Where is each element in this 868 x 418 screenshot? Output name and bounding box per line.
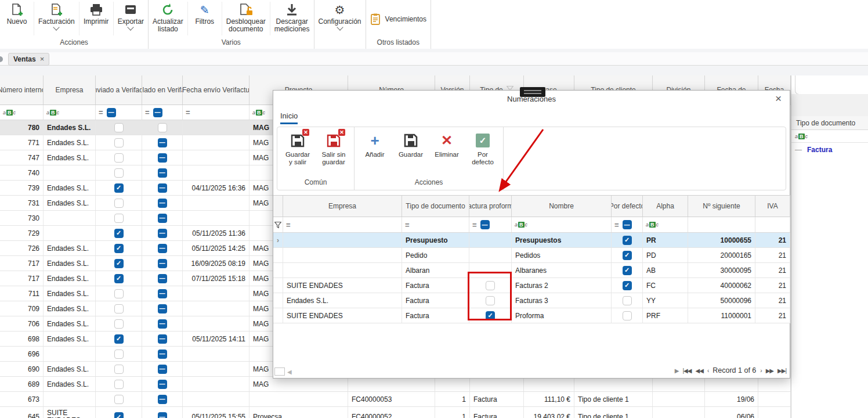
dialog-cell[interactable]: PD [643,248,688,262]
checkbox-dash[interactable]: — [158,304,167,314]
cell[interactable] [653,407,705,418]
cell[interactable]: 19/06 [705,392,758,406]
cell[interactable]: 711 [0,286,44,301]
checkbox-un[interactable] [114,214,124,223]
cell[interactable] [44,347,96,361]
cell[interactable]: FC40000053 [348,392,435,406]
cell[interactable]: 645 [0,407,44,418]
checkbox-un[interactable] [114,304,124,314]
cell[interactable]: 19.403,02 € [524,407,574,418]
checkbox-dash[interactable]: — [158,183,167,193]
next-page-icon[interactable]: ▶▶ [766,367,773,374]
checkbox-checked[interactable]: ✓ [623,236,632,245]
cell[interactable]: FC40000052 [348,407,435,418]
cell[interactable] [183,362,249,376]
checkbox-un[interactable] [114,153,124,163]
cell[interactable] [96,347,142,361]
last-record-icon[interactable]: ▶▶| [777,367,786,374]
cell[interactable] [183,316,249,331]
checkbox-un[interactable] [158,123,167,132]
row-indicator[interactable]: › [273,233,283,247]
cell[interactable]: 689 [0,377,44,391]
checkbox-dash[interactable]: — [158,349,167,359]
dialog-filter-cell[interactable]: =— [612,217,643,232]
checkbox-un[interactable] [114,138,124,147]
dialog-cell[interactable]: Presupuestos [512,233,612,247]
cell[interactable] [653,377,705,391]
dialog-button-salir-sin-guardar[interactable]: ✕Salir sin guardar [316,132,352,165]
dialog-cell[interactable]: AB [643,263,688,278]
equals-operator-icon[interactable]: = [614,221,619,229]
ribbon-button-filtros[interactable]: ✎Filtros [188,2,222,35]
cell[interactable]: 05/11/2025 14:25 [183,241,249,255]
cell[interactable]: Endades S.L. [44,331,96,346]
filter-checkbox-indeterminate[interactable]: — [480,220,490,229]
cell[interactable] [183,377,249,391]
checkbox-un[interactable] [114,365,124,374]
dialog-filter-cell[interactable]: aBc [643,217,688,232]
checkbox-dash[interactable]: — [158,274,167,283]
table-row[interactable]: 673—FC400000531Factura111,10 €Tipo de cl… [0,392,791,407]
cell[interactable]: 673 [0,392,44,406]
checkbox-dash[interactable]: — [158,334,167,344]
cell[interactable] [96,392,142,406]
cell[interactable]: 04/11/2025 16:36 [183,181,249,195]
cell[interactable] [142,120,183,135]
ribbon-button-descargar-mediciones[interactable]: Descargar mediciones [270,2,314,35]
dialog-cell[interactable]: SUITE ENDADES [283,308,402,323]
dialog-column-header-nombre[interactable]: Nombre [512,196,612,217]
cell[interactable] [574,377,653,391]
row-indicator[interactable] [273,278,283,293]
scroll-box[interactable] [274,367,285,376]
cell[interactable]: ✓ [96,331,142,346]
filter-checkbox-indeterminate[interactable]: — [623,220,632,229]
checkbox-checked[interactable]: ✓ [623,251,632,260]
row-indicator[interactable] [273,308,283,323]
cell[interactable] [183,165,249,180]
cell[interactable]: — [142,256,183,271]
cell[interactable] [183,150,249,165]
cell[interactable] [183,120,249,135]
cell[interactable]: 706 [0,316,44,331]
cell[interactable]: Endades S.L. [44,181,96,195]
cell[interactable] [96,286,142,301]
cell[interactable]: — [142,271,183,286]
cell[interactable]: 780 [0,120,44,135]
panel-group-item-factura[interactable]: — Factura [791,143,868,157]
checkbox-un[interactable] [623,296,632,305]
dialog-cell[interactable]: Pedido [402,248,469,262]
cell[interactable]: Factura [470,392,524,406]
checkbox-un[interactable] [114,199,124,208]
dialog-cell[interactable]: Factura [402,308,469,323]
filter-cell[interactable]: aBc [44,105,96,120]
cell[interactable] [44,211,96,225]
cell[interactable]: Endades S.L. [44,316,96,331]
dialog-cell[interactable]: Presupuesto [402,233,469,247]
equals-operator-icon[interactable]: = [99,108,103,117]
cell[interactable]: Proyecsa [249,407,348,418]
dialog-filter-cell[interactable]: = [283,217,402,232]
dialog-cell[interactable] [283,248,402,262]
ribbon-button-vencimientos[interactable]: Vencimientos [366,6,431,31]
ribbon-button-actualizar-listado[interactable]: Actualizar listado [149,2,188,35]
cell[interactable]: 740 [0,165,44,180]
cell[interactable]: — [142,377,183,391]
dialog-cell[interactable]: 30000095 [688,263,755,278]
cell[interactable]: 05/11/2025 15:55 [183,407,249,418]
cell[interactable]: — [142,226,183,240]
dialog-cell[interactable]: Factura [402,293,469,308]
prev-record-icon[interactable]: ‹ [707,367,708,374]
cell[interactable] [758,407,791,418]
next-record-icon[interactable]: › [760,367,761,374]
row-indicator[interactable] [273,263,283,278]
dialog-cell[interactable] [469,248,512,262]
cell[interactable]: Factura [470,407,524,418]
cell[interactable]: MAG [249,377,348,391]
prev-page-icon[interactable]: ◀◀ [696,367,703,374]
dialog-cell[interactable]: 21 [755,278,790,293]
cell[interactable]: — [142,150,183,165]
cell[interactable] [435,377,470,391]
dialog-cell[interactable]: 21 [755,233,790,247]
cell[interactable]: 1 [435,392,470,406]
checkbox-un[interactable] [114,123,124,132]
